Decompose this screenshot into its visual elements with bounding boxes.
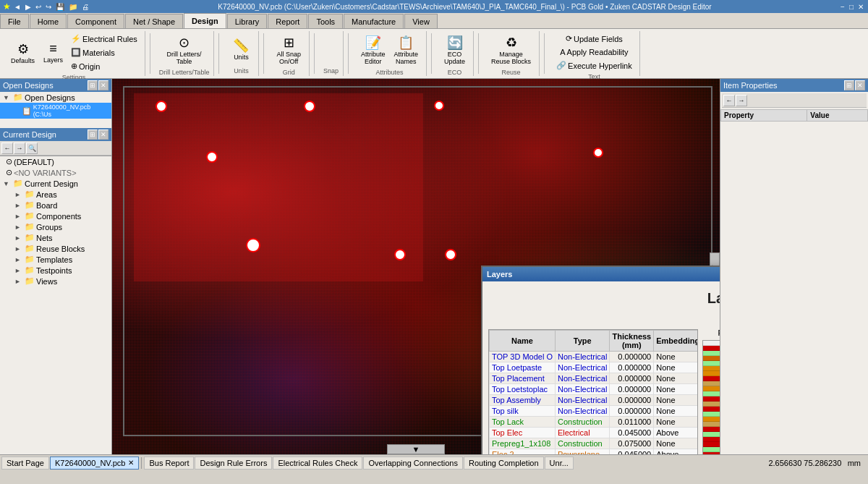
btn-drill-table[interactable]: ⊙ Drill Letters/Table	[163, 33, 205, 67]
cd-testpoints[interactable]: ► 📁 Testpoints	[0, 265, 111, 276]
cd-variants[interactable]: ⊙ <NO VARIANTS>	[0, 167, 111, 178]
btn-update-fields[interactable]: ⟳ Update Fields	[563, 33, 626, 45]
tab-tools[interactable]: Tools	[308, 14, 343, 28]
table-row[interactable]: Top Loetstoplac Non-Electrical 0.000000 …	[490, 384, 699, 395]
ip-float-btn[interactable]: ⊞	[844, 80, 854, 90]
col-type[interactable]: Type	[555, 331, 609, 352]
btn-attr-names[interactable]: 📋 AttributeNames	[390, 33, 422, 67]
cell-thickness: 0.075000	[610, 438, 654, 449]
properties-table: Property Value	[720, 109, 868, 122]
qa-undo[interactable]: ↩	[34, 3, 43, 11]
btn-origin[interactable]: ⊕ Origin	[68, 60, 140, 72]
table-row[interactable]: Top silk Non-Electrical 0.000000 None	[490, 406, 699, 417]
cd-close-btn[interactable]: ✕	[98, 130, 109, 140]
btn-eco-update[interactable]: 🔄 ECOUpdate	[441, 33, 469, 67]
win-min[interactable]: −	[839, 3, 846, 11]
od-close-btn[interactable]: ✕	[98, 80, 109, 90]
pcb-canvas[interactable]: ToeE46 / K72640 ► ▼ Layers − □ ✕	[112, 79, 720, 454]
btn-attr-editor[interactable]: 📝 AttributeEditor	[357, 33, 389, 67]
cell-embedding: None	[654, 384, 698, 395]
cd-board[interactable]: ► 📁 Board	[0, 200, 111, 211]
table-row[interactable]: Top Elec Electrical 0.045000 Above	[490, 428, 699, 438]
btn-units[interactable]: 📏 Units	[228, 35, 254, 63]
cd-areas-icon: 📁	[25, 190, 35, 199]
cd-groups[interactable]: ► 📁 Groups	[0, 221, 111, 232]
table-row[interactable]: Prepreg1_1x108 Construction 0.075000 Non…	[490, 438, 699, 449]
win-max[interactable]: □	[848, 3, 855, 11]
cd-default[interactable]: ⊙ (DEFAULT)	[0, 156, 111, 167]
tab-library[interactable]: Library	[227, 14, 268, 28]
col-thickness[interactable]: Thickness(mm)	[610, 331, 654, 352]
cd-tool-1[interactable]: ←	[1, 143, 13, 154]
btn-apply-readability[interactable]: A Apply Readability	[557, 46, 631, 58]
col-embedding[interactable]: Embedding	[654, 331, 698, 352]
btn-layers[interactable]: ≡ Layers	[40, 39, 67, 66]
btn-manage-reuse[interactable]: ♻ ManageReuse Blocks	[488, 33, 535, 67]
btn-electrical-rules[interactable]: ⚡ Electrical Rules	[68, 33, 140, 45]
tab-bus-report[interactable]: Bus Report	[144, 457, 194, 470]
tab-report[interactable]: Report	[268, 14, 307, 28]
btn-materials[interactable]: 🔲 Materials	[68, 46, 140, 59]
table-row[interactable]: Top Loetpaste Non-Electrical 0.000000 No…	[490, 362, 699, 373]
tab-file[interactable]: File	[0, 14, 29, 28]
cell-thickness: 0.000000	[610, 406, 654, 417]
tab-view[interactable]: View	[404, 14, 438, 28]
ip-close-btn[interactable]: ✕	[855, 80, 865, 90]
board-title: Physical Board Thickness = 1.670000mm	[702, 329, 720, 337]
od-float-btn[interactable]: ⊞	[88, 80, 98, 90]
qa-back[interactable]: ◄	[12, 3, 22, 11]
cd-templates[interactable]: ► 📁 Templates	[0, 254, 111, 265]
cd-nets[interactable]: ► 📁 Nets	[0, 232, 111, 243]
table-row[interactable]: Top Lack Construction 0.011000 None	[490, 417, 699, 428]
od-item-2[interactable]: 📋 K72640000_NV.pcb (C:\Us	[0, 103, 111, 119]
scroll-bottom[interactable]: ▼	[387, 444, 445, 454]
table-row[interactable]: Top Placement Non-Electrical 0.000000 No…	[490, 373, 699, 384]
ip-tool-1[interactable]: ←	[723, 95, 735, 106]
tab-overlapping[interactable]: Overlapping Connections	[363, 457, 463, 470]
btn-defaults[interactable]: ⚙ Defaults	[7, 39, 38, 67]
cd-areas[interactable]: ► 📁 Areas	[0, 189, 111, 200]
app-icon: ★	[3, 1, 11, 12]
table-row[interactable]: Elec 2 Powerplane 0.045000 Above GND	[490, 449, 699, 455]
tab-design[interactable]: Design	[184, 13, 226, 28]
cd-search[interactable]: 🔍	[26, 143, 38, 154]
tab-close-icon[interactable]: ✕	[128, 459, 134, 467]
qa-redo[interactable]: ↪	[44, 3, 53, 11]
qa-print[interactable]: 🖨	[80, 3, 90, 11]
btn-snap[interactable]: ⊞ All SnapOn/Off	[273, 33, 305, 67]
quick-access-toolbar: ★ ◄ ▶ ↩ ↪ 💾 📁 🖨 K72640000_NV.pcb (C:\Use…	[0, 0, 868, 13]
tab-start-page[interactable]: Start Page	[1, 457, 49, 470]
cd-root[interactable]: ▼ 📁 Current Design	[0, 178, 111, 189]
qa-open[interactable]: 📁	[67, 3, 79, 11]
cd-components[interactable]: ► 📁 Components	[0, 211, 111, 221]
cell-type: Non-Electrical	[555, 384, 609, 395]
tab-component[interactable]: Component	[67, 14, 124, 28]
layers-table-container[interactable]: Name Type Thickness(mm) Embedding Descri…	[488, 329, 698, 454]
btn-execute-hyperlink[interactable]: 🔗 Execute Hyperlink	[553, 59, 635, 72]
board-layer-strip	[703, 402, 720, 407]
tab-unr[interactable]: Unr...	[545, 457, 574, 470]
cell-type: Non-Electrical	[555, 362, 609, 373]
tab-design-rules[interactable]: Design Rule Errors	[195, 457, 272, 470]
ip-tool-2[interactable]: →	[736, 95, 747, 106]
cd-views[interactable]: ► 📁 Views	[0, 276, 111, 286]
cd-tool-2[interactable]: →	[14, 143, 25, 154]
table-row[interactable]: TOP 3D Model O Non-Electrical 0.000000 N…	[490, 352, 699, 362]
cd-float-btn[interactable]: ⊞	[88, 130, 98, 140]
qa-save[interactable]: 💾	[54, 3, 66, 11]
table-row[interactable]: Top Assembly Non-Electrical 0.000000 Non…	[490, 395, 699, 406]
settings-items: ⚙ Defaults ≡ Layers ⚡ Electrical Rules 🔲…	[7, 33, 140, 72]
tab-routing-completion[interactable]: Routing Completion	[464, 457, 544, 470]
tab-elec-rules[interactable]: Electrical Rules Check	[273, 457, 362, 470]
tab-home[interactable]: Home	[30, 14, 67, 28]
od-file-icon: 📋	[22, 106, 32, 116]
tab-manufacture[interactable]: Manufacture	[344, 14, 404, 28]
od-item-1[interactable]: ▼ 📁 Open Designs	[0, 92, 111, 103]
tab-pcb-file[interactable]: K72640000_NV.pcb ✕	[50, 457, 139, 470]
qa-fwd[interactable]: ▶	[24, 3, 33, 11]
board-layer-strip	[703, 356, 720, 361]
col-name[interactable]: Name	[490, 331, 556, 352]
cd-reuse[interactable]: ► 📁 Reuse Blocks	[0, 243, 111, 254]
win-close[interactable]: ✕	[856, 3, 865, 11]
tab-net-shape[interactable]: Net / Shape	[125, 14, 183, 28]
